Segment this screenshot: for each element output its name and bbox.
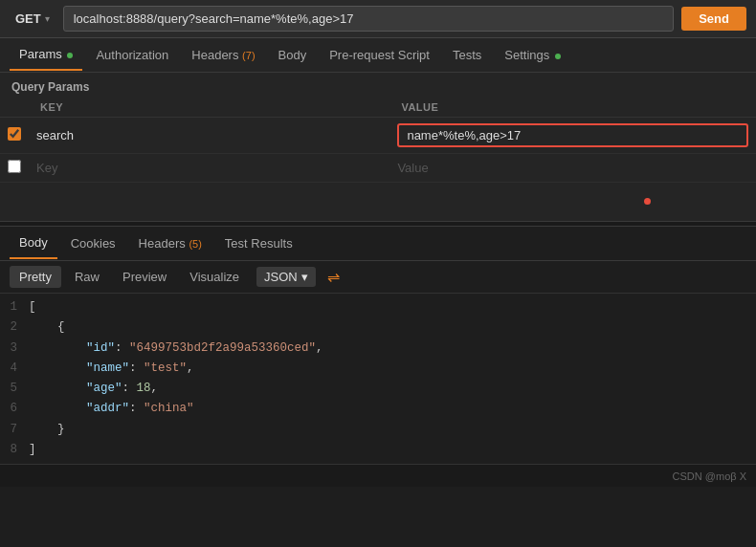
value-placeholder: Value [397,161,428,175]
format-chevron-icon: ▾ [301,270,308,284]
query-params-label: Query Params [0,73,756,98]
code-tab-pretty[interactable]: Pretty [10,266,61,288]
method-chevron-icon: ▾ [45,13,50,24]
value-input[interactable]: name*%te%,age>17 [397,123,748,147]
line-content-3: "id": "6499753bd2f2a99a53360ced", [29,339,323,359]
code-line-4: 4 "name": "test", [0,359,756,379]
tab-response-body[interactable]: Body [10,228,57,259]
settings-status-dot [555,54,561,59]
value-cell: name*%te%,age>17 [389,118,756,154]
line-content-2: { [29,317,65,338]
empty-row: Key Value [0,154,756,183]
empty-value-cell: Value [389,154,756,183]
code-line-8: 8 ] [0,440,756,460]
tab-params[interactable]: Params [10,39,82,71]
col-value: VALUE [389,98,756,118]
code-area: 1 [ 2 { 3 "id": "6499753bd2f2a99a53360ce… [0,294,756,464]
line-content-4: "name": "test", [29,359,194,379]
row-checkbox[interactable] [8,127,21,141]
empty-checkbox-cell [0,154,29,183]
spacer [0,183,756,221]
tab-tests[interactable]: Tests [443,40,491,70]
orange-dot-indicator [644,198,651,205]
line-num-6: 6 [0,399,29,419]
line-num-8: 8 [0,440,29,460]
code-line-5: 5 "age": 18, [0,379,756,399]
line-content-7: } [29,420,65,440]
code-line-1: 1 [ [0,297,756,317]
method-text: GET [15,11,41,26]
key-value: search [36,128,74,142]
tab-headers[interactable]: Headers (7) [182,40,264,70]
code-tab-raw[interactable]: Raw [65,266,109,288]
headers-badge: (7) [242,50,255,61]
row-checkbox-cell [0,118,29,154]
code-line-3: 3 "id": "6499753bd2f2a99a53360ced", [0,339,756,359]
key-placeholder: Key [36,161,57,175]
code-tab-visualize[interactable]: Visualize [180,266,249,288]
tab-cookies[interactable]: Cookies [61,229,125,258]
tab-body[interactable]: Body [269,40,317,70]
tab-prerequest[interactable]: Pre-request Script [320,40,439,70]
line-num-1: 1 [0,297,29,317]
params-status-dot [67,53,73,58]
request-tabs: Params Authorization Headers (7) Body Pr… [0,38,756,73]
code-line-2: 2 { [0,317,756,338]
tab-response-headers[interactable]: Headers (5) [129,229,211,258]
watermark-text: CSDN @moβ X [673,470,746,482]
code-line-6: 6 "addr": "china" [0,399,756,419]
line-content-8: ] [29,440,36,460]
tab-test-results[interactable]: Test Results [215,229,302,258]
code-view-tabs: Pretty Raw Preview Visualize JSON ▾ ⇌ [0,261,756,294]
code-tab-preview[interactable]: Preview [113,266,176,288]
line-num-4: 4 [0,359,29,379]
tab-settings[interactable]: Settings [495,40,570,70]
format-selector[interactable]: JSON ▾ [256,267,316,287]
params-table: KEY VALUE search name*%te%,age>17 [0,98,756,183]
query-params-section: Query Params KEY VALUE search name*%te%,… [0,73,756,221]
line-num-5: 5 [0,379,29,399]
filter-icon[interactable]: ⇌ [327,268,340,286]
table-row: search name*%te%,age>17 [0,118,756,154]
col-checkbox [0,98,29,118]
empty-key-cell: Key [29,154,389,183]
method-selector[interactable]: GET ▾ [10,8,56,30]
code-line-7: 7 } [0,420,756,440]
line-num-7: 7 [0,420,29,440]
url-input[interactable] [63,6,674,32]
send-button[interactable]: Send [681,7,746,31]
response-tabs: Body Cookies Headers (5) Test Results [0,227,756,261]
response-headers-badge: (5) [189,238,201,250]
tab-authorization[interactable]: Authorization [86,40,178,70]
key-cell: search [29,118,389,154]
line-content-1: [ [29,297,36,317]
line-num-3: 3 [0,339,29,359]
url-bar: GET ▾ Send [0,0,756,38]
bottom-bar: CSDN @moβ X [0,464,756,487]
empty-checkbox[interactable] [8,160,21,173]
line-content-6: "addr": "china" [29,399,194,419]
col-key: KEY [29,98,389,118]
line-content-5: "age": 18, [29,379,158,399]
line-num-2: 2 [0,317,29,338]
